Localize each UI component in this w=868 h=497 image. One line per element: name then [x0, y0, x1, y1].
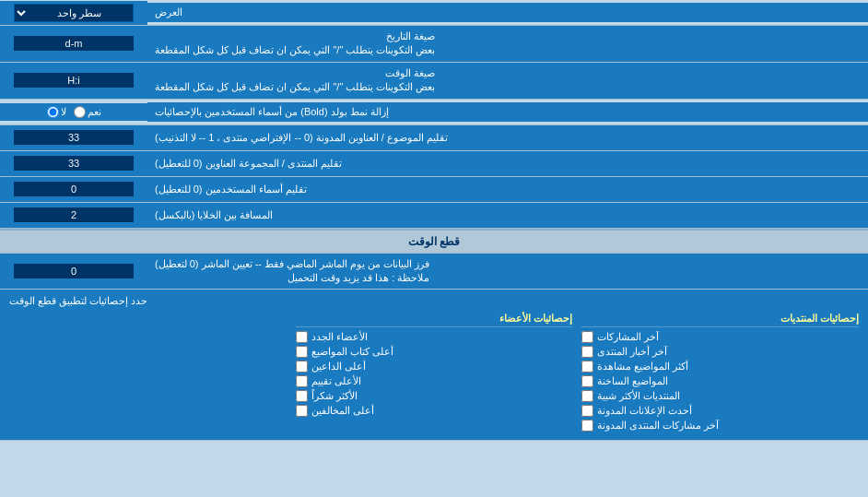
cutoff-label: فرز البيانات من يوم الماشر الماضي فقط --… [147, 254, 868, 290]
radio-yes[interactable] [74, 106, 86, 118]
cutoff-section-header: قطع الوقت [0, 229, 868, 254]
radio-yes-label: نعم [74, 106, 101, 118]
cb-label-6: آخر مشاركات المنتدى المدونة [597, 420, 719, 432]
gap-input-area [0, 203, 147, 228]
stats-columns: إحصائيات المنتديات آخر المشاركات آخر أخب… [9, 313, 859, 434]
cb-item-5: أحدث الإعلانات المدونة [581, 405, 859, 417]
cb2-item-0: الأعضاء الجدد [296, 331, 573, 343]
cb2-item-2: أعلى الداعين [296, 361, 573, 373]
cutoff-row: فرز البيانات من يوم الماشر الماضي فقط --… [0, 254, 868, 290]
stats-col-empty [9, 313, 287, 434]
checkbox-3[interactable] [581, 375, 593, 387]
date-format-row: صيغة التاريخ بعض التكوينات يتطلب "/" الت… [0, 26, 868, 63]
topic-order-row: تقليم الموضوع / العناوين المدونة (0 -- ا… [0, 125, 868, 151]
cb-item-6: آخر مشاركات المنتدى المدونة [581, 420, 859, 432]
checkbox-1[interactable] [581, 346, 593, 358]
forum-order-input-area [0, 151, 147, 176]
cb2-label-4: الأكثر شكراً [311, 390, 358, 402]
stats-section: حدد إحصائيات لتطبيق قطع الوقت إحصائيات ا… [0, 290, 868, 441]
stats-col-forums: إحصائيات المنتديات آخر المشاركات آخر أخب… [581, 313, 859, 434]
topic-order-input[interactable] [14, 130, 134, 145]
time-format-input-area [0, 63, 147, 99]
cb-label-3: المواضيع الساخنة [597, 375, 668, 387]
forum-order-row: تقليم المنتدى / المجموعة العناوين (0 للت… [0, 151, 868, 177]
stats-col1-header: إحصائيات المنتديات [581, 313, 859, 327]
checkbox-m4[interactable] [296, 390, 308, 402]
gap-label: المسافة بين الخلايا (بالبكسل) [147, 203, 868, 228]
time-format-label: صيغة الوقت بعض التكوينات يتطلب "/" التي … [147, 63, 868, 99]
gap-row: المسافة بين الخلايا (بالبكسل) [0, 203, 868, 229]
checkbox-5[interactable] [581, 405, 593, 417]
checkbox-2[interactable] [581, 361, 593, 373]
cb-item-4: المنتديات الأكثر شبية [581, 390, 859, 402]
topic-order-input-area [0, 125, 147, 150]
topic-order-label: تقليم الموضوع / العناوين المدونة (0 -- ا… [147, 125, 868, 150]
stats-col-members: إحصائيات الأعضاء الأعضاء الجدد أعلى كتاب… [296, 313, 573, 434]
checkbox-0[interactable] [581, 331, 593, 343]
cb-item-3: المواضيع الساخنة [581, 375, 859, 387]
checkbox-m1[interactable] [296, 346, 308, 358]
stats-header-label: حدد إحصائيات لتطبيق قطع الوقت [9, 295, 147, 307]
cb2-label-2: أعلى الداعين [311, 361, 366, 373]
time-format-row: صيغة الوقت بعض التكوينات يتطلب "/" التي … [0, 63, 868, 100]
bold-remove-row: إزالة نمط بولد (Bold) من أسماء المستخدمي… [0, 100, 868, 125]
checkbox-6[interactable] [581, 420, 593, 432]
date-format-label: صيغة التاريخ بعض التكوينات يتطلب "/" الت… [147, 26, 868, 62]
users-trim-input[interactable] [14, 182, 134, 196]
radio-no-label: لا [47, 106, 66, 118]
cb2-item-1: أعلى كتاب المواضيع [296, 346, 573, 358]
radio-no[interactable] [47, 106, 59, 118]
bold-remove-label: إزالة نمط بولد (Bold) من أسماء المستخدمي… [147, 102, 868, 122]
cb2-item-3: الأعلى تقييم [296, 375, 573, 387]
main-container: العرض سطر واحد سطرين ثلاثة أسطر صيغة الت… [0, 0, 868, 441]
cb-label-4: المنتديات الأكثر شبية [597, 390, 680, 402]
cb2-label-3: الأعلى تقييم [311, 375, 361, 387]
cb-item-1: آخر أخبار المنتدى [581, 346, 859, 358]
cb2-item-5: أعلى المخالفين [296, 405, 573, 417]
users-trim-label: تقليم أسماء المستخدمين (0 للتعطيل) [147, 177, 868, 202]
checkbox-m3[interactable] [296, 375, 308, 387]
time-format-input[interactable] [14, 73, 134, 88]
bold-remove-radio-area: نعم لا [0, 103, 147, 121]
checkbox-4[interactable] [581, 390, 593, 402]
forum-order-label: تقليم المنتدى / المجموعة العناوين (0 للت… [147, 151, 868, 176]
date-format-input[interactable] [14, 36, 134, 51]
checkbox-m2[interactable] [296, 361, 308, 373]
users-trim-input-area [0, 177, 147, 202]
gap-input[interactable] [14, 207, 134, 222]
stats-col2-header: إحصائيات الأعضاء [296, 313, 573, 327]
top-row: العرض سطر واحد سطرين ثلاثة أسطر [0, 0, 868, 26]
checkbox-m5[interactable] [296, 405, 308, 417]
cb-label-2: أكثر المواضيع مشاهدة [597, 361, 688, 373]
stats-header-row: حدد إحصائيات لتطبيق قطع الوقت [9, 295, 859, 307]
cb-item-0: آخر المشاركات [581, 331, 859, 343]
cb-item-2: أكثر المواضيع مشاهدة [581, 361, 859, 373]
cb2-label-5: أعلى المخالفين [311, 405, 374, 417]
cb-label-0: آخر المشاركات [597, 331, 659, 343]
top-label: العرض [147, 3, 868, 22]
cb2-label-0: الأعضاء الجدد [311, 331, 368, 343]
cb-label-5: أحدث الإعلانات المدونة [597, 405, 692, 417]
cb2-label-1: أعلى كتاب المواضيع [311, 346, 393, 358]
display-select[interactable]: سطر واحد سطرين ثلاثة أسطر [14, 4, 134, 22]
cutoff-input[interactable] [14, 264, 134, 278]
checkbox-m0[interactable] [296, 331, 308, 343]
forum-order-input[interactable] [14, 156, 134, 171]
cb-label-1: آخر أخبار المنتدى [597, 346, 667, 358]
cutoff-input-area [0, 254, 147, 290]
cb2-item-4: الأكثر شكراً [296, 390, 573, 402]
date-format-input-area [0, 26, 147, 62]
users-trim-row: تقليم أسماء المستخدمين (0 للتعطيل) [0, 177, 868, 203]
top-select-area: سطر واحد سطرين ثلاثة أسطر [0, 1, 147, 25]
